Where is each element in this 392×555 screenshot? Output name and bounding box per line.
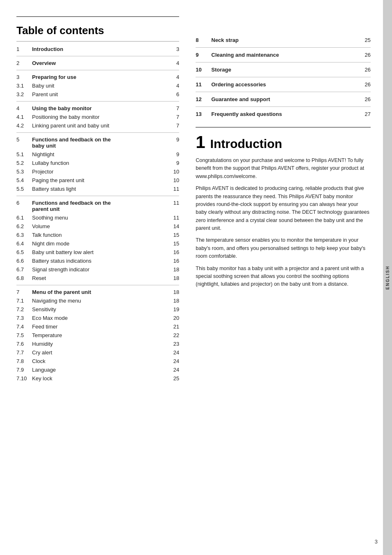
toc-num-6-6: 6.6 (16, 258, 32, 264)
toc-entry-6-5: 6.5 Baby unit battery low alert 16 (16, 248, 179, 257)
toc-div-4 (16, 132, 179, 133)
toc-page-6-5: 16 (169, 249, 179, 255)
toc-entry-3-1: 3.1 Baby unit 4 (16, 81, 179, 90)
top-divider (16, 16, 179, 17)
toc-div-3 (16, 101, 179, 102)
intro-title: Introduction (210, 138, 282, 150)
toc-page-5-4: 10 (169, 177, 179, 183)
toc-num-7-7: 7.7 (16, 349, 32, 356)
toc-page-7-9: 24 (169, 367, 179, 373)
intro-paragraph-3: The temperature sensor enables you to mo… (196, 236, 371, 260)
intro-paragraph-4: This baby monitor has a baby unit with a… (196, 265, 371, 289)
toc-label-3-1: Baby unit (32, 83, 169, 89)
toc-label-7-9: Language (32, 367, 169, 373)
toc-page-2: 4 (169, 60, 179, 66)
toc-page-7-1: 18 (169, 298, 179, 304)
toc-page-7-8: 24 (169, 358, 179, 364)
toc-num-7-4: 7.4 (16, 324, 32, 330)
toc-entry-7-3: 7.3 Eco Max mode 20 (16, 314, 179, 322)
toc-page-7-10: 25 (169, 375, 179, 382)
toc-label-5-2: Lullaby function (32, 160, 169, 166)
intro-paragraph-2: Philips AVENT is dedicated to producing … (196, 185, 371, 232)
toc-page-11: 26 (360, 81, 371, 88)
toc-entry-6-2: 6.2 Volume 14 (16, 222, 179, 231)
toc-page-10: 26 (360, 67, 371, 73)
toc-num-7-6: 7.6 (16, 341, 32, 347)
toc-rdiv-11 (196, 92, 371, 92)
toc-entry-11: 11 Ordering accessories 26 (196, 80, 371, 89)
toc-label-7-5: Temperature (32, 332, 169, 338)
toc-entry-7-4: 7.4 Feed timer 21 (16, 322, 179, 331)
toc-page-6-1: 11 (169, 215, 179, 221)
toc-num-5-5: 5.5 (16, 186, 32, 192)
toc-num-1: 1 (16, 46, 32, 52)
toc-label-5-3: Projector (32, 169, 169, 175)
toc-entry-5-1: 5.1 Nightlight 9 (16, 150, 179, 159)
toc-entry-4-2: 4.2 Linking parent unit and baby unit 7 (16, 121, 179, 130)
toc-num-4-1: 4.1 (16, 114, 32, 120)
toc-label-7: Menu of the parent unit (32, 289, 169, 295)
toc-entry-5-5: 5.5 Battery status light 11 (16, 185, 179, 193)
toc-label-7-2: Sensitivity (32, 306, 169, 312)
toc-num-12: 12 (196, 96, 211, 102)
toc-num-6-5: 6.5 (16, 249, 32, 255)
toc-label-12: Guarantee and support (211, 96, 360, 102)
toc-entry-12: 12 Guarantee and support 26 (196, 95, 371, 104)
toc-num-6-4: 6.4 (16, 240, 32, 247)
toc-div-5 (16, 196, 179, 196)
toc-page-3-1: 4 (169, 83, 179, 89)
toc-label-5: Functions and feedback on thebaby unit (32, 136, 169, 149)
toc-right-entries: 8 Neck strap 25 9 Cleaning and maintenan… (196, 16, 371, 119)
toc-num-7-2: 7.2 (16, 306, 32, 312)
toc-entry-7-6: 7.6 Humidity 23 (16, 340, 179, 348)
toc-page-3: 4 (169, 74, 179, 80)
toc-label-7-10: Key lock (32, 375, 169, 382)
intro-top-divider (196, 127, 371, 127)
toc-label-10: Storage (211, 67, 360, 73)
toc-label-8: Neck strap (211, 37, 360, 43)
toc-page-5: 9 (169, 136, 179, 143)
toc-page-5-1: 9 (169, 151, 179, 157)
toc-num-5-1: 5.1 (16, 151, 32, 157)
toc-label-3: Preparing for use (32, 74, 169, 80)
toc-label-13: Frequently asked questions (211, 111, 360, 117)
toc-num-9: 9 (196, 52, 211, 58)
toc-page-7: 18 (169, 289, 179, 295)
toc-rdiv-9 (196, 62, 371, 62)
toc-page-6-8: 18 (169, 275, 179, 281)
toc-label-7-8: Clock (32, 358, 169, 364)
toc-page-7-3: 20 (169, 315, 179, 321)
toc-label-6-8: Reset (32, 275, 169, 281)
toc-num-7-5: 7.5 (16, 332, 32, 338)
right-column: 8 Neck strap 25 9 Cleaning and maintenan… (191, 16, 371, 539)
toc-page-6-6: 16 (169, 258, 179, 264)
toc-page-4-2: 7 (169, 123, 179, 129)
toc-label-6-5: Baby unit battery low alert (32, 249, 169, 255)
toc-num-7-10: 7.10 (16, 375, 32, 382)
toc-page-7-6: 23 (169, 341, 179, 347)
toc-div-6 (16, 285, 179, 285)
toc-page-12: 26 (360, 96, 371, 102)
toc-num-10: 10 (196, 67, 211, 73)
toc-div-2 (16, 70, 179, 70)
toc-num-7-1: 7.1 (16, 298, 32, 304)
toc-entry-5-4: 5.4 Paging the parent unit 10 (16, 176, 179, 185)
toc-num-7-3: 7.3 (16, 315, 32, 321)
toc-entry-6-7: 6.7 Signal strength indicator 18 (16, 265, 179, 274)
toc-left-entries: 1 Introduction 3 2 Overview 4 3 Preparin… (16, 45, 179, 383)
toc-rdiv-12 (196, 106, 371, 107)
toc-num-7: 7 (16, 289, 32, 295)
main-content: Table of contents 1 Introduction 3 2 Ove… (0, 0, 383, 555)
toc-num-6-8: 6.8 (16, 275, 32, 281)
toc-page-4-1: 7 (169, 114, 179, 120)
toc-title: Table of contents (16, 24, 179, 37)
toc-entry-7-2: 7.2 Sensitivity 19 (16, 305, 179, 314)
toc-page-6-2: 14 (169, 223, 179, 229)
toc-rdiv-8 (196, 47, 371, 48)
toc-label-5-5: Battery status light (32, 186, 169, 192)
toc-page-1: 3 (169, 46, 179, 52)
toc-label-2: Overview (32, 60, 169, 66)
intro-paragraph-1: Congratulations on your purchase and wel… (196, 157, 371, 180)
toc-entry-9: 9 Cleaning and maintenance 26 (196, 50, 371, 60)
toc-entry-7-9: 7.9 Language 24 (16, 365, 179, 374)
